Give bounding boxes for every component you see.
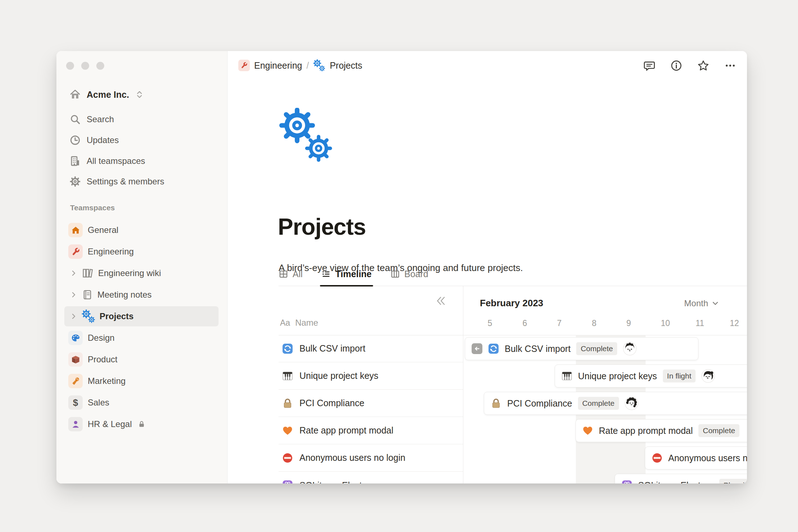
status-badge: Complete [698, 424, 739, 437]
zoom-window-button[interactable] [96, 62, 104, 70]
arrows-counterclockwise-icon [488, 343, 499, 354]
row-title: Unique project keys [299, 371, 379, 381]
card-title: SQLite on Electron [638, 480, 714, 484]
page-actions [643, 60, 736, 72]
notebook-icon [82, 289, 93, 301]
card-title: Anonymous users no login [668, 453, 747, 463]
arrows-counterclockwise-icon [282, 343, 293, 354]
tab-all[interactable]: All [279, 269, 303, 286]
row-title: PCI Compliance [299, 398, 364, 408]
workspace-name: Acme Inc. [87, 90, 129, 100]
sidebar-item-label: Settings & members [87, 176, 164, 187]
sidebar-item-meeting-notes[interactable]: Meeting notes [56, 285, 227, 305]
info-icon[interactable] [670, 60, 682, 72]
chevron-right-icon[interactable] [70, 291, 77, 298]
comment-icon[interactable] [643, 60, 655, 72]
gear-icon [69, 176, 81, 187]
timeline-card[interactable]: Unique project keys In flight [555, 364, 747, 387]
table-row[interactable]: Bulk CSV import [279, 335, 463, 362]
dollar-icon: $ [68, 395, 83, 410]
sidebar-item-design[interactable]: Design [56, 328, 227, 348]
card-title: Unique project keys [578, 371, 657, 381]
lock-icon [491, 398, 501, 409]
building-icon [69, 155, 81, 167]
card-title: PCI Compliance [507, 398, 572, 409]
close-window-button[interactable] [66, 62, 74, 70]
breadcrumb: Engineering / Projects [238, 59, 362, 72]
box-icon [68, 352, 83, 367]
sidebar: Acme Inc. Search Updates All teamspaces … [56, 51, 228, 483]
star-icon[interactable] [697, 60, 709, 72]
status-badge: Complete [578, 397, 619, 410]
teamspaces-section-label: Teamspaces [70, 203, 115, 212]
minimize-window-button[interactable] [81, 62, 89, 70]
sidebar-item-settings[interactable]: Settings & members [56, 172, 227, 191]
more-icon[interactable] [724, 60, 736, 72]
tab-timeline[interactable]: Timeline [321, 269, 372, 286]
sidebar-item-engineering-wiki[interactable]: Engineering wiki [56, 263, 227, 283]
wrench-icon [238, 60, 250, 71]
month-label: February 2023 [480, 298, 543, 309]
day-tick: 9 [627, 318, 631, 328]
tab-label: Timeline [335, 269, 372, 279]
sidebar-item-all-teamspaces[interactable]: All teamspaces [56, 152, 227, 170]
sidebar-item-updates[interactable]: Updates [56, 131, 227, 150]
sidebar-item-label: Search [87, 114, 114, 124]
sidebar-item-label: Engineering wiki [98, 268, 161, 278]
sidebar-item-projects[interactable]: Projects [64, 306, 219, 326]
gears-icon [82, 309, 95, 323]
arrow-left-icon [474, 345, 480, 352]
lock-icon [138, 420, 146, 428]
chevron-right-icon[interactable] [70, 313, 77, 320]
table-row[interactable]: Unique project keys [279, 362, 463, 390]
table-row[interactable]: PCI Compliance [279, 390, 463, 417]
person-icon [68, 417, 83, 431]
timeline-card[interactable]: SQLite on Electron Planning [615, 474, 747, 483]
timeline-card[interactable]: Rate app prompt modal Complete [575, 419, 747, 442]
sidebar-item-label: HR & Legal [88, 419, 132, 429]
table-row[interactable]: SQLite on Electron [279, 472, 463, 483]
breadcrumb-engineering[interactable]: Engineering [254, 60, 302, 71]
orange-heart-icon [282, 425, 293, 436]
orange-heart-icon [582, 425, 593, 436]
atom-icon [282, 480, 293, 483]
collapse-table-icon[interactable] [435, 295, 446, 306]
row-title: Bulk CSV import [299, 343, 365, 354]
sidebar-item-label: All teamspaces [87, 156, 145, 166]
sidebar-item-product[interactable]: Product [56, 349, 227, 370]
table-row[interactable]: Rate app prompt modal [279, 417, 463, 444]
main-content: Engineering / Projects Projects A bird’s… [228, 51, 747, 483]
timeline-card[interactable]: Bulk CSV import Complete [465, 337, 698, 360]
window-controls [66, 62, 104, 70]
timeline-card[interactable]: PCI Compliance Complete [484, 392, 747, 415]
sidebar-item-engineering[interactable]: Engineering [56, 242, 227, 262]
microphone-icon [68, 374, 83, 388]
chevron-right-icon[interactable] [70, 270, 77, 277]
sidebar-item-label: Marketing [88, 376, 125, 386]
sidebar-item-sales[interactable]: $ Sales [56, 393, 227, 413]
card-title: Bulk CSV import [505, 344, 570, 354]
timeline-card[interactable]: Anonymous users no login [645, 446, 747, 469]
tab-board[interactable]: Board [390, 269, 428, 286]
timeline-view: Aa Name February 2023 Month 5 6 7 8 9 10… [228, 286, 747, 483]
column-divider[interactable] [463, 286, 463, 483]
sidebar-item-marketing[interactable]: Marketing [56, 371, 227, 391]
sidebar-item-label: Engineering [88, 247, 134, 257]
scroll-to-start-button[interactable] [472, 343, 482, 354]
breadcrumb-separator: / [306, 60, 309, 71]
timeline-zoom-dropdown[interactable]: Month [684, 298, 719, 308]
table-row[interactable]: Anonymous users no login [279, 444, 463, 472]
sidebar-item-general[interactable]: General [56, 220, 227, 240]
clock-icon [69, 134, 81, 146]
page-gears-icon[interactable] [279, 108, 333, 162]
sidebar-item-hr-legal[interactable]: HR & Legal [56, 414, 227, 434]
card-title: Rate app prompt modal [599, 426, 693, 436]
atom-icon [622, 480, 632, 483]
sidebar-item-label: Updates [87, 135, 119, 145]
sidebar-item-search[interactable]: Search [56, 110, 227, 129]
name-column-header: Aa Name [280, 318, 318, 328]
breadcrumb-projects[interactable]: Projects [330, 60, 362, 71]
workspace-switcher[interactable]: Acme Inc. [56, 85, 227, 104]
board-view-icon [390, 269, 400, 279]
row-title: Anonymous users no login [299, 453, 405, 463]
